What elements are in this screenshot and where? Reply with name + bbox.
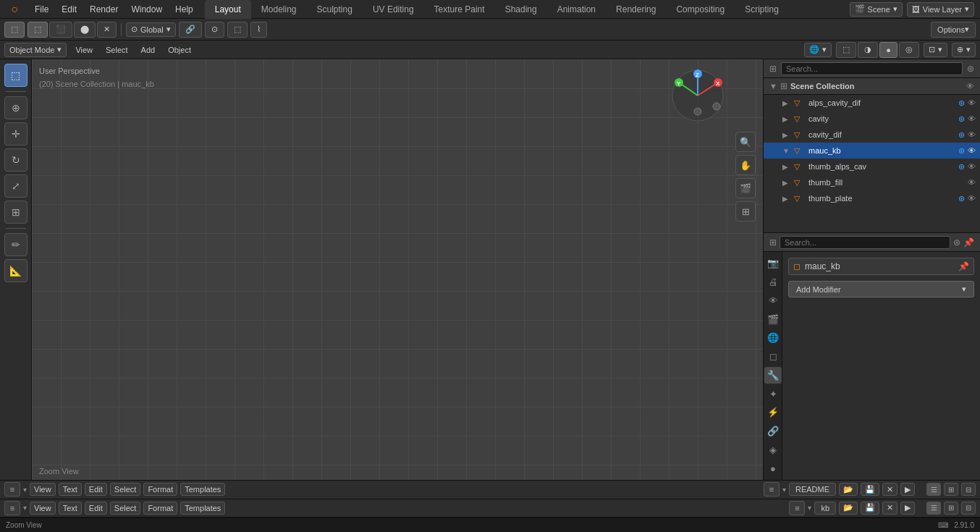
view-menu[interactable]: View — [71, 43, 97, 57]
shading-material-btn[interactable]: ● — [879, 42, 897, 58]
toolbar-mode-btn[interactable]: ⬚ — [4, 22, 25, 38]
props-tab-view[interactable]: 👁 — [764, 292, 782, 310]
outliner-row-thumb-alps-cav[interactable]: ▶ ▽ thumb_alps_cav ⊛ 👁 — [764, 159, 980, 174]
outliner-search-input[interactable] — [781, 62, 963, 75]
toolbar-select2-btn[interactable]: ⬛ — [49, 22, 72, 38]
scene-selector[interactable]: 🎬 Scene ▾ — [850, 2, 903, 17]
add-menu[interactable]: Add — [137, 43, 160, 57]
bb2-select-btn[interactable]: Select — [110, 502, 141, 515]
props-tab-modifier[interactable]: 🔧 — [764, 367, 782, 384]
bb2-view-btn1[interactable]: ☰ — [926, 502, 941, 515]
tool-scale[interactable]: ⤢ — [4, 174, 28, 198]
eye-icon-2[interactable]: 👁 — [968, 130, 976, 139]
props-tab-particles[interactable]: ✦ — [764, 385, 782, 402]
toolbar-snap-btn[interactable]: 🔗 — [179, 22, 202, 38]
bb2-edit-btn[interactable]: Edit — [85, 502, 107, 515]
bb2-templates-btn[interactable]: Templates — [180, 502, 225, 515]
properties-filter-icon[interactable]: ⊛ — [953, 237, 960, 248]
outliner-row-mauc-kb[interactable]: ▼ ▽ mauc_kb ⊛ 👁 — [764, 143, 980, 159]
tab-sculpting[interactable]: Sculpting — [307, 0, 363, 19]
tab-texture-paint[interactable]: Texture Paint — [424, 0, 495, 19]
toolbar-editor-btn[interactable]: ⬚ — [227, 22, 248, 38]
bb1-view-btn3[interactable]: ⊟ — [961, 483, 976, 496]
select-menu[interactable]: Select — [101, 43, 132, 57]
tool-annotate[interactable]: ✏ — [4, 233, 28, 256]
props-tab-object[interactable]: ◻ — [764, 348, 782, 366]
bb1-templates-btn[interactable]: Templates — [180, 483, 225, 496]
tab-uv-editing[interactable]: UV Editing — [363, 0, 424, 19]
bb1-editor-icon2[interactable]: ≡ — [764, 482, 780, 497]
menu-window[interactable]: Window — [125, 3, 168, 16]
menu-file[interactable]: File — [29, 3, 54, 16]
props-tab-material[interactable]: ● — [764, 460, 782, 477]
tool-select[interactable]: ⬚ — [4, 64, 28, 87]
bb1-run-btn[interactable]: ▶ — [900, 483, 915, 496]
bb1-close-btn[interactable]: ✕ — [882, 483, 897, 496]
object-menu[interactable]: Object — [164, 43, 195, 57]
bb2-save-btn[interactable]: 💾 — [861, 502, 879, 515]
tool-rotate[interactable]: ↻ — [4, 148, 28, 172]
tab-rendering[interactable]: Rendering — [606, 0, 666, 19]
props-tab-data[interactable]: ◈ — [764, 442, 782, 459]
scene-collection-eye-icon[interactable]: 👁 — [966, 82, 974, 90]
camera-gizmo-btn[interactable]: 🎬 — [735, 178, 756, 198]
tool-measure[interactable]: 📐 — [4, 259, 28, 282]
props-tab-scene[interactable]: 🎬 — [764, 311, 782, 328]
bb2-view-btn2[interactable]: ⊞ — [944, 502, 958, 515]
bb1-view-btn2[interactable]: ⊞ — [944, 483, 958, 496]
props-pin-icon[interactable]: 📌 — [958, 261, 969, 271]
bb2-text-btn[interactable]: Text — [59, 502, 82, 515]
scene-collection-expand-icon[interactable]: ▼ — [769, 82, 777, 90]
view-layer-selector[interactable]: 🖼 View Layer ▾ — [907, 2, 974, 17]
menu-render[interactable]: Render — [84, 3, 124, 16]
props-tab-physics[interactable]: ⚡ — [764, 404, 782, 421]
bb2-format-btn[interactable]: Format — [143, 502, 177, 515]
bb2-view-btn3[interactable]: ⊟ — [961, 502, 976, 515]
pan-gizmo-btn[interactable]: ✋ — [735, 155, 756, 175]
toolbar-select4-btn[interactable]: ✕ — [97, 22, 117, 38]
bb1-editor-icon[interactable]: ≡ — [4, 482, 20, 497]
tab-compositing[interactable]: Compositing — [666, 0, 735, 19]
outliner-row-cavity-dif[interactable]: ▶ ▽ cavity_dif ⊛ 👁 — [764, 127, 980, 143]
tool-cursor[interactable]: ⊕ — [4, 96, 28, 119]
bb2-run-btn[interactable]: ▶ — [900, 502, 915, 515]
eye-icon-1[interactable]: 👁 — [968, 114, 976, 123]
props-tab-constraint[interactable]: 🔗 — [764, 423, 782, 440]
bb2-editor-icon[interactable]: ≡ — [4, 501, 20, 515]
bb1-text-btn[interactable]: Text — [59, 483, 82, 496]
toolbar-select-btn[interactable]: ⬚ — [28, 22, 48, 38]
tab-animation[interactable]: Animation — [547, 0, 606, 19]
bb1-view-btn1[interactable]: ☰ — [926, 483, 941, 496]
bb2-editor-icon2[interactable]: ≡ — [789, 501, 805, 515]
outliner-row-alps-cavity-dif[interactable]: ▶ ▽ alps_cavity_dif ⊛ 👁 — [764, 95, 980, 111]
eye-icon-6[interactable]: 👁 — [968, 194, 976, 203]
grid-gizmo-btn[interactable]: ⊞ — [735, 201, 756, 221]
toolbar-proportional-btn[interactable]: ⊙ — [205, 22, 224, 38]
outliner-row-thumb-plate[interactable]: ▶ ▽ thumb_plate ⊛ 👁 — [764, 190, 980, 206]
outliner-row-thumb-fill[interactable]: ▶ ▽ thumb_fill 👁 — [764, 174, 980, 190]
gizmo-dropdown[interactable]: ⊕ ▾ — [952, 43, 976, 57]
tab-modeling[interactable]: Modeling — [251, 0, 307, 19]
zoom-gizmo-btn[interactable]: 🔍 — [735, 132, 756, 152]
props-tab-output[interactable]: 🖨 — [764, 274, 782, 291]
outliner-filter-icon[interactable]: ⊛ — [967, 64, 974, 74]
bb1-format-btn[interactable]: Format — [143, 483, 177, 496]
bb2-open-btn[interactable]: 📂 — [839, 502, 858, 515]
shading-solid-btn[interactable]: ◑ — [858, 42, 878, 58]
viewport-shading-dropdown[interactable]: 🌐 ▾ — [804, 43, 832, 57]
menu-help[interactable]: Help — [169, 3, 199, 16]
toolbar-curve-btn[interactable]: ⌇ — [250, 22, 267, 38]
tab-layout[interactable]: Layout — [205, 0, 251, 19]
transform-origin-dropdown[interactable]: ⊙ Global ▾ — [126, 22, 176, 37]
shading-wire-btn[interactable]: ⬚ — [836, 42, 856, 58]
add-modifier-button[interactable]: Add Modifier ▾ — [788, 281, 974, 297]
tool-move[interactable]: ✛ — [4, 122, 28, 145]
tool-transform[interactable]: ⊞ — [4, 200, 28, 224]
eye-icon-5[interactable]: 👁 — [968, 178, 976, 187]
shading-render-btn[interactable]: ◎ — [899, 42, 919, 58]
props-tab-render[interactable]: 📷 — [764, 255, 782, 272]
object-mode-dropdown[interactable]: Object Mode ▾ — [4, 43, 67, 57]
eye-icon-3[interactable]: 👁 — [968, 146, 976, 155]
tab-shading[interactable]: Shading — [495, 0, 547, 19]
bb1-save-btn[interactable]: 💾 — [861, 483, 879, 496]
